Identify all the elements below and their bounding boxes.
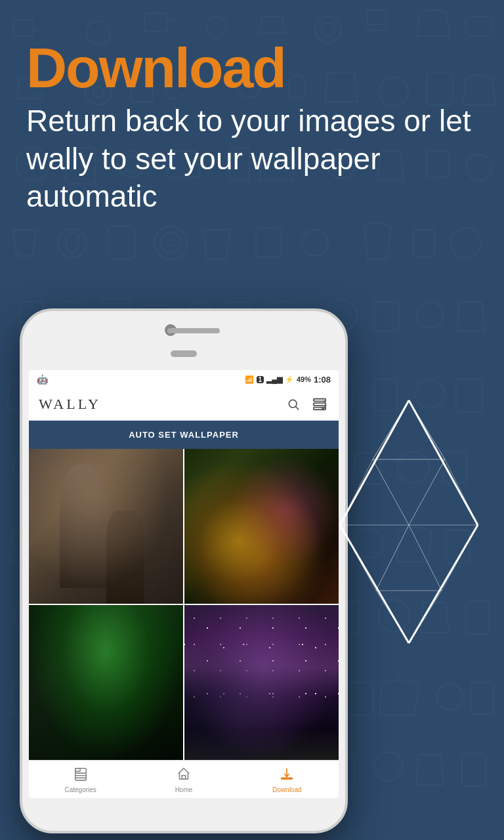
app-bar: WALLY xyxy=(29,388,339,421)
svg-line-117 xyxy=(340,525,409,643)
phone-home-button xyxy=(171,350,197,357)
svg-line-120 xyxy=(409,400,445,459)
status-right: 📶 1 ▂▄▆ ⚡ 49% 1:08 xyxy=(245,375,331,385)
categories-label: Categories xyxy=(64,786,96,793)
svg-line-131 xyxy=(442,525,478,591)
svg-rect-114 xyxy=(282,778,293,779)
download-nav-label: Download xyxy=(272,786,301,793)
battery-percent: 49% xyxy=(297,375,311,383)
nav-item-download[interactable]: Download xyxy=(236,766,339,793)
svg-line-134 xyxy=(409,591,442,643)
svg-line-130 xyxy=(340,525,376,591)
phone-mockup: 🤖 📶 1 ▂▄▆ ⚡ 49% 1:08 WALLY xyxy=(20,308,348,833)
phone-screen: 🤖 📶 1 ▂▄▆ ⚡ 49% 1:08 WALLY xyxy=(29,370,339,798)
signal-bars: ▂▄▆ xyxy=(266,375,282,384)
svg-line-118 xyxy=(409,525,478,643)
svg-line-119 xyxy=(373,400,409,459)
home-icon xyxy=(177,766,191,784)
nav-item-categories[interactable]: Categories xyxy=(29,766,132,793)
svg-line-133 xyxy=(376,591,409,643)
phone-outer: 🤖 📶 1 ▂▄▆ ⚡ 49% 1:08 WALLY xyxy=(20,308,348,833)
svg-line-123 xyxy=(445,459,478,525)
signal-notification: 1 xyxy=(257,376,264,383)
app-icons xyxy=(284,395,329,413)
page-content: Download Return back to your images or l… xyxy=(0,0,504,840)
header-section: Download Return back to your images or l… xyxy=(0,0,504,236)
svg-line-129 xyxy=(409,525,442,591)
search-button[interactable] xyxy=(284,395,303,413)
phone-speaker xyxy=(167,328,220,333)
grid-image-1[interactable] xyxy=(29,449,183,604)
status-left: 🤖 xyxy=(37,374,48,385)
svg-point-102 xyxy=(289,400,297,408)
nav-item-home[interactable]: Home xyxy=(132,766,235,793)
battery-icon: ⚡ xyxy=(285,375,294,384)
auto-wallpaper-button[interactable]: AUTO SET WALLPAPER xyxy=(29,421,339,449)
svg-line-125 xyxy=(409,459,445,525)
svg-line-103 xyxy=(296,407,299,410)
status-time: 1:08 xyxy=(314,375,331,385)
app-logo: WALLY xyxy=(39,396,101,413)
grid-image-3[interactable] xyxy=(29,605,183,760)
svg-line-124 xyxy=(373,459,409,525)
status-bar: 🤖 📶 1 ▂▄▆ ⚡ 49% 1:08 xyxy=(29,370,339,388)
svg-line-122 xyxy=(340,459,373,525)
profile-button[interactable] xyxy=(310,395,329,413)
grid-image-4[interactable] xyxy=(184,605,339,760)
home-label: Home xyxy=(175,786,193,793)
figure-background xyxy=(106,511,145,604)
bottom-nav: Categories Home xyxy=(29,760,339,798)
stars-layer xyxy=(184,605,339,698)
svg-rect-105 xyxy=(314,403,326,406)
triangle-decoration xyxy=(333,394,484,656)
svg-rect-113 xyxy=(182,776,186,780)
grid-image-2[interactable] xyxy=(184,449,339,604)
image-grid xyxy=(29,449,339,760)
figure-in-market xyxy=(60,465,106,589)
svg-rect-112 xyxy=(75,768,86,780)
categories-icon xyxy=(74,766,88,784)
download-nav-icon xyxy=(280,766,294,784)
subtitle-text: Return back to your images or let wally … xyxy=(26,102,478,216)
download-title: Download xyxy=(26,39,478,96)
svg-line-128 xyxy=(376,525,409,591)
android-icon: 🤖 xyxy=(37,374,48,385)
wifi-icon: 📶 xyxy=(245,375,254,384)
